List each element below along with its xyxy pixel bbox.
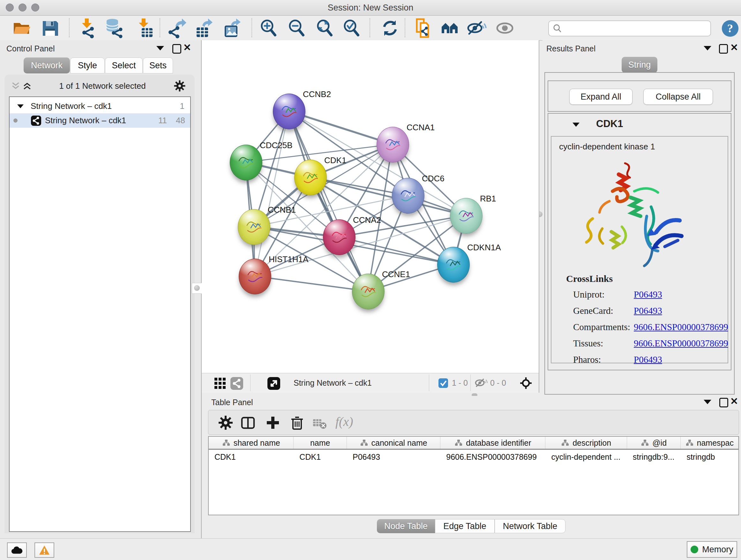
tab-string[interactable]: String	[622, 57, 657, 73]
tab-style[interactable]: Style	[70, 57, 105, 73]
panel-close-icon[interactable]: ✕	[183, 44, 191, 52]
new-network-selection-button[interactable]	[414, 18, 434, 38]
hidden-eye-icon[interactable]	[474, 378, 488, 388]
toolbar-separator	[405, 18, 405, 37]
cloud-status-button[interactable]	[7, 543, 27, 558]
import-network-database-button[interactable]	[104, 18, 125, 38]
tab-edge-table[interactable]: Edge Table	[435, 519, 495, 533]
export-table-button[interactable]	[194, 18, 214, 38]
crosslink-link[interactable]: 9606.ENSP00000378699	[634, 322, 728, 332]
save-session-button[interactable]	[40, 18, 60, 38]
grid-view-icon[interactable]	[214, 378, 226, 389]
crosslink-link[interactable]: P06493	[634, 306, 662, 316]
function-builder-button[interactable]: f(x)	[335, 414, 353, 429]
attribute-type-icon	[360, 439, 368, 446]
import-network-file-button[interactable]	[77, 18, 97, 38]
column-header--id[interactable]: @id	[627, 437, 681, 449]
panel-float-icon[interactable]	[719, 398, 728, 408]
column-header-shared-name[interactable]: shared name	[209, 437, 293, 449]
search-input[interactable]	[565, 22, 707, 35]
network-node-rb1[interactable]	[450, 198, 482, 234]
network-node-cdc6[interactable]	[392, 178, 424, 213]
table-row[interactable]: CDK1CDK1P064939606.ENSP00000378699cyclin…	[209, 450, 738, 463]
show-columns-button[interactable]	[240, 415, 256, 431]
expand-all-icon[interactable]	[23, 82, 31, 90]
crosslink-link[interactable]: P06493	[634, 289, 662, 300]
open-session-button[interactable]	[11, 18, 32, 38]
column-header-namespac[interactable]: namespac	[681, 437, 738, 449]
zoom-selected-button[interactable]	[341, 18, 362, 38]
table-cell[interactable]: stringdb	[681, 450, 738, 463]
column-header-canonical-name[interactable]: canonical name	[347, 437, 441, 449]
table-cell[interactable]: stringdb:9...	[627, 450, 681, 463]
zoom-out-button[interactable]	[286, 18, 307, 38]
section-collapse-icon[interactable]	[572, 123, 580, 127]
zoom-in-button[interactable]	[259, 18, 279, 38]
tab-node-table[interactable]: Node Table	[377, 519, 435, 533]
column-label: namespac	[697, 438, 734, 448]
first-neighbors-button[interactable]	[441, 18, 461, 38]
table-cell[interactable]: CDK1	[209, 450, 293, 463]
network-node-ccna1[interactable]	[377, 127, 409, 163]
selected-count-checkbox[interactable]	[439, 378, 448, 388]
protein-ribbon-thumbnail	[294, 160, 327, 195]
panel-float-icon[interactable]	[172, 44, 181, 54]
birdseye-view-button[interactable]	[267, 377, 280, 390]
collapse-all-button[interactable]: Collapse All	[643, 89, 713, 105]
panel-close-icon[interactable]: ✕	[730, 44, 738, 52]
table-mode-button[interactable]	[217, 415, 234, 431]
create-column-button[interactable]	[265, 415, 281, 431]
tree-expand-icon[interactable]	[17, 105, 23, 108]
crosslinks-list: Uniprot: P06493GeneCard: P06493Compartme…	[551, 289, 728, 363]
panel-menu-icon[interactable]	[704, 46, 711, 51]
column-header-database-identifier[interactable]: database identifier	[441, 437, 545, 449]
crosslink-link[interactable]: 9606.ENSP00000378699	[634, 338, 728, 349]
tab-network[interactable]: Network	[23, 57, 70, 73]
import-table-file-button[interactable]	[134, 18, 154, 38]
panel-menu-icon[interactable]	[704, 400, 711, 404]
warning-icon	[39, 545, 50, 555]
network-node-ccna2[interactable]	[323, 219, 355, 255]
network-tree-root-row[interactable]: String Network – cdk1 1	[10, 99, 190, 113]
network-node-cdk1[interactable]	[294, 160, 327, 195]
network-node-cdkn1a[interactable]	[437, 247, 470, 283]
tab-network-table[interactable]: Network Table	[495, 519, 565, 533]
panel-close-icon[interactable]: ✕	[730, 397, 738, 406]
network-node-ccnb2[interactable]	[273, 94, 306, 129]
memory-button[interactable]: Memory	[687, 541, 737, 558]
table-cell[interactable]: CDK1	[293, 450, 347, 463]
column-header-description[interactable]: description	[545, 437, 627, 449]
panel-menu-icon[interactable]	[156, 46, 164, 51]
network-node-cdc25b[interactable]	[230, 145, 262, 180]
table-cell[interactable]: cyclin-dependent ...	[545, 450, 627, 463]
network-view[interactable]: CCNB2 CCNA1 CDC25B CDK1 CDC6 RB1 CCNB1 C…	[202, 40, 539, 393]
help-button[interactable]: ?	[720, 18, 740, 39]
table-toolbar: f(x)	[208, 410, 739, 435]
table-cell[interactable]: 9606.ENSP00000378699	[441, 450, 545, 463]
delete-table-button[interactable]	[313, 417, 327, 429]
hide-selection-button[interactable]	[467, 18, 487, 38]
table-cell[interactable]: P06493	[347, 450, 441, 463]
export-network-file-button[interactable]	[166, 18, 187, 38]
export-image-button[interactable]	[222, 18, 243, 38]
apply-layout-button[interactable]	[380, 18, 400, 38]
network-overview-icon[interactable]	[230, 377, 243, 390]
tab-select[interactable]: Select	[105, 57, 143, 73]
tab-sets[interactable]: Sets	[143, 57, 173, 73]
center-view-crosshair-icon[interactable]	[520, 377, 532, 389]
collapse-all-icon[interactable]	[11, 82, 20, 90]
warnings-button[interactable]	[35, 543, 54, 558]
network-tree-selected-row[interactable]: String Network – cdk1 11 48	[10, 113, 190, 128]
column-header-name[interactable]: name	[293, 437, 347, 449]
expand-all-button[interactable]: Expand All	[569, 89, 632, 105]
zoom-fit-button[interactable]	[315, 18, 335, 38]
network-node-ccnb1[interactable]	[238, 209, 270, 245]
network-node-hist1h1a[interactable]	[239, 259, 271, 294]
show-all-button[interactable]	[495, 18, 516, 38]
splitter-handle-left[interactable]	[192, 283, 202, 294]
panel-float-icon[interactable]	[719, 44, 728, 54]
gear-icon[interactable]	[174, 80, 186, 92]
crosslink-link[interactable]: P06493	[634, 354, 662, 365]
network-node-ccne1[interactable]	[352, 273, 385, 309]
delete-column-button[interactable]	[289, 415, 306, 431]
